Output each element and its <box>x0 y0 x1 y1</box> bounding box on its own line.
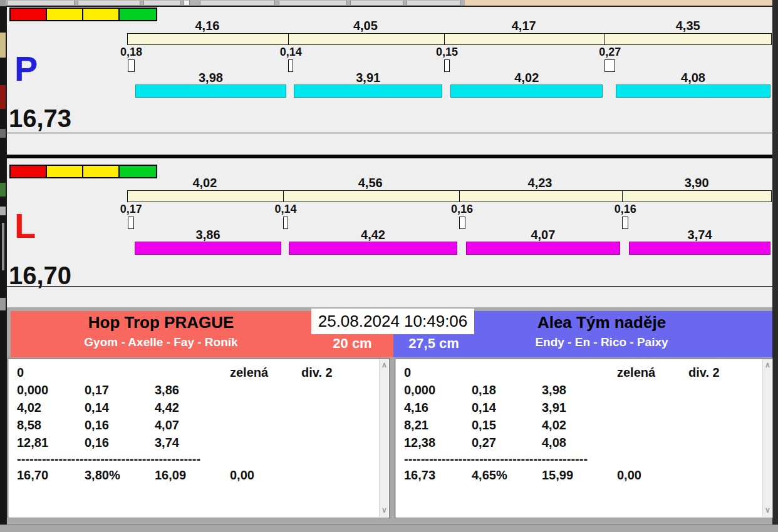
scroll-up-icon[interactable]: ∧ <box>380 361 389 371</box>
team-name: Alea Tým naděje <box>431 313 772 332</box>
panel-divider-line <box>7 286 772 287</box>
split-value: 0,16 <box>85 418 109 432</box>
scrollbar[interactable]: ∧ ∨ <box>762 359 772 517</box>
gap-time-label: 0,27 <box>599 46 621 59</box>
team-distance: 20 cm <box>311 335 393 352</box>
split-value: 8,58 <box>17 418 41 432</box>
split-value: 12,81 <box>17 436 48 450</box>
split-time-label: 4,17 <box>512 19 536 33</box>
split-value: 4,02 <box>542 418 566 432</box>
lane-total-time: 16,73 <box>9 105 71 131</box>
summary-value: 0,00 <box>230 468 254 483</box>
results-section: Hop Trop PRAGUE Gyom - Axelle - Fay - Ro… <box>7 307 772 524</box>
lane-separator-bar <box>7 155 772 158</box>
stroke-time-label: 4,02 <box>514 71 539 85</box>
flag-color-label: zelená <box>230 366 268 380</box>
split-value: 0,14 <box>472 401 496 415</box>
separator-dashes: ----------------------------------------… <box>404 452 588 466</box>
split-value: 0,15 <box>472 418 496 432</box>
background-window-fragment <box>0 129 6 138</box>
split-value: 8,21 <box>404 418 428 432</box>
gap-time-label: 0,16 <box>451 203 473 216</box>
split-value: 0,17 <box>85 383 109 397</box>
lane-letter: P <box>14 51 38 86</box>
team-members: Gyom - Axelle - Fay - Roník <box>11 335 311 349</box>
split-value: 4,08 <box>542 436 566 450</box>
scroll-down-icon[interactable]: ∨ <box>763 506 772 516</box>
split-value: 4,42 <box>155 401 179 415</box>
split-value: 0,27 <box>472 436 496 450</box>
split-total-bar <box>127 33 772 45</box>
gap-time-label: 0,14 <box>274 203 296 216</box>
background-toolbar-sliver <box>6 0 465 6</box>
summary-value: 3,80% <box>85 468 120 483</box>
summary-value: 16,70 <box>17 468 48 483</box>
result-text-area-left[interactable]: ∧ ∨ 0zelenádiv. 20,0000,173,864,020,144,… <box>8 358 390 518</box>
gap-time-label: 0,17 <box>120 203 142 216</box>
run-number: 0 <box>404 366 411 380</box>
traffic-light-cell <box>11 166 47 177</box>
stroke-time-label: 3,98 <box>199 71 223 85</box>
stroke-time-bar <box>629 242 770 255</box>
split-value: 4,02 <box>17 401 41 415</box>
split-value: 0,000 <box>404 383 435 397</box>
window-border-right <box>772 0 778 524</box>
panel-divider-line <box>7 133 772 133</box>
split-time-label: 4,56 <box>358 176 383 190</box>
split-value: 0,18 <box>472 383 496 397</box>
gap-marker <box>622 217 628 229</box>
stroke-time-label: 4,07 <box>531 228 555 242</box>
split-value: 4,16 <box>404 401 428 415</box>
lane-letter: L <box>14 208 36 243</box>
traffic-light-cell <box>120 166 156 177</box>
split-value: 12,38 <box>404 436 435 450</box>
summary-value: 0,00 <box>617 468 641 483</box>
split-value: 0,16 <box>85 436 109 450</box>
stroke-time-bar <box>294 84 442 98</box>
stroke-time-label: 3,74 <box>688 228 712 242</box>
stroke-time-label: 3,91 <box>356 71 380 85</box>
stroke-time-label: 3,86 <box>196 228 220 242</box>
stroke-time-label: 4,42 <box>361 228 385 242</box>
traffic-light-cell <box>83 166 120 177</box>
summary-value: 16,09 <box>155 468 186 483</box>
split-total-bar <box>127 190 772 202</box>
gap-marker <box>288 59 294 72</box>
team-name: Hop Trop PRAGUE <box>11 313 311 332</box>
traffic-light-cell <box>120 9 156 20</box>
background-window-fragment <box>0 0 6 6</box>
team-members: Endy - En - Rico - Paixy <box>431 335 772 349</box>
traffic-light-cell <box>83 9 120 20</box>
gap-time-label: 0,16 <box>615 203 636 216</box>
result-text-area-right[interactable]: ∧ ∨ 0zelenádiv. 20,0000,183,984,160,143,… <box>395 358 773 518</box>
scroll-up-icon[interactable]: ∧ <box>763 361 772 371</box>
stroke-time-bar <box>450 84 603 98</box>
background-window-fragment <box>0 183 6 197</box>
scroll-down-icon[interactable]: ∨ <box>380 506 389 516</box>
split-value: 4,07 <box>155 418 179 432</box>
gap-time-label: 0,15 <box>436 46 458 59</box>
stroke-time-bar <box>616 84 770 98</box>
gap-marker <box>128 217 134 229</box>
split-time-label: 4,16 <box>195 19 219 33</box>
gap-marker <box>444 59 450 72</box>
scrollbar[interactable]: ∧ ∨ <box>379 359 388 517</box>
lane-total-time: 16,70 <box>9 262 71 289</box>
background-window-fragment <box>0 33 6 58</box>
separator-dashes: ----------------------------------------… <box>17 452 200 466</box>
background-window-fragment <box>0 207 6 215</box>
split-time-label: 4,23 <box>528 176 552 190</box>
background-window-fragment <box>0 298 6 310</box>
background-window-strip <box>0 0 6 532</box>
split-value: 0,000 <box>17 383 48 397</box>
gap-marker <box>459 217 465 229</box>
traffic-light-cell <box>47 9 83 20</box>
division-label: div. 2 <box>688 366 720 380</box>
division-label: div. 2 <box>301 366 333 380</box>
stroke-time-bar <box>289 242 457 255</box>
stroke-time-bar <box>466 242 621 255</box>
stroke-time-label: 4,08 <box>681 71 705 85</box>
run-number: 0 <box>17 366 24 380</box>
split-value: 0,14 <box>85 401 109 415</box>
split-value: 3,86 <box>155 383 179 397</box>
